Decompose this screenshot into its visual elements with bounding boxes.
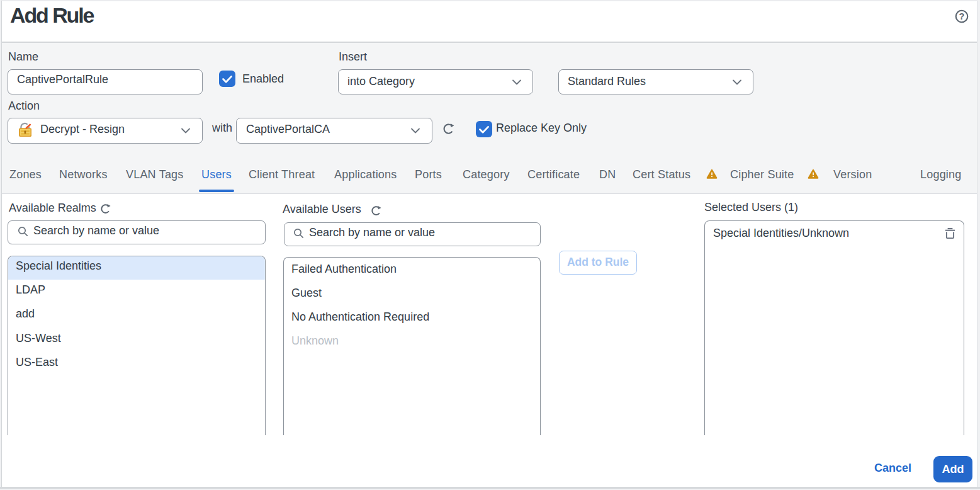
svg-text:?: ? bbox=[959, 11, 965, 21]
